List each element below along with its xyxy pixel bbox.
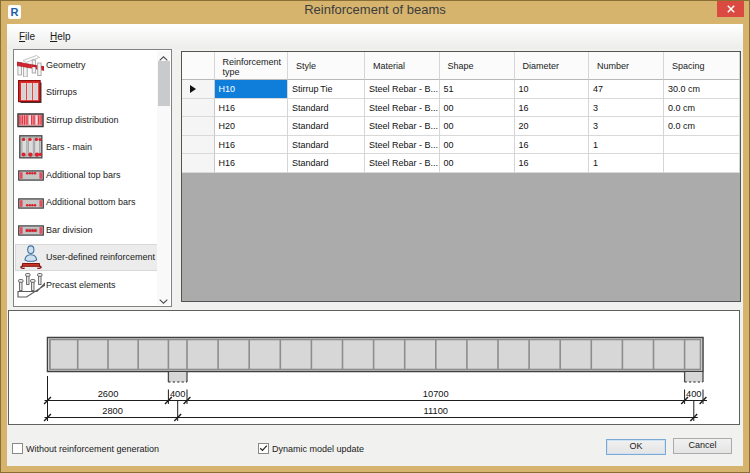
svg-text:2800: 2800 — [102, 406, 123, 416]
svg-text:400: 400 — [686, 389, 702, 399]
svg-text:2600: 2600 — [98, 389, 119, 399]
svg-text:400: 400 — [170, 389, 186, 399]
svg-text:10700: 10700 — [423, 389, 449, 399]
svg-text:11100: 11100 — [424, 406, 448, 416]
